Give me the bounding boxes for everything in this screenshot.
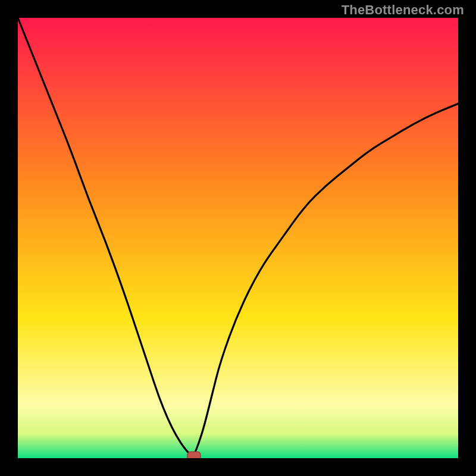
gradient-background [18,18,458,458]
watermark-text: TheBottleneck.com [342,2,464,18]
chart-frame: TheBottleneck.com [0,0,476,476]
optimum-marker [187,452,201,458]
chart-svg [18,18,458,458]
plot-area [18,18,458,458]
